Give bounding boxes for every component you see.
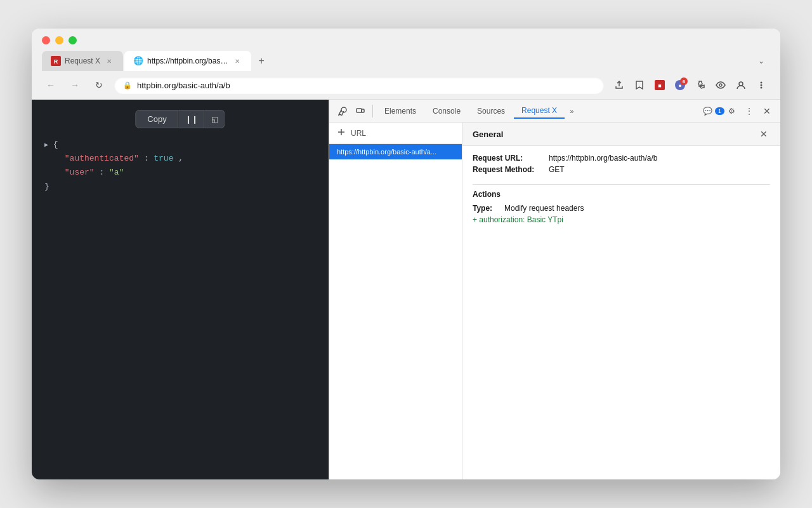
tab-request-x-active[interactable]: Request X [514,104,565,119]
tab-httpbin[interactable]: 🌐 https://httpbin.org/basic-auth/ ✕ [124,51,251,71]
action-type-value: Modify request headers [504,204,584,213]
tab-favicon-httpbin: 🌐 [133,56,143,66]
json-close-line: } [44,180,316,194]
json-key-user: "user" [65,168,95,177]
request-url-value: https://httpbin.org/basic-auth/a/b [549,154,657,163]
devtools-more-tabs[interactable]: » [566,105,577,117]
devtools-content: URL https://httpbin.org/basic-auth/a... … [329,123,780,479]
extension2-badge: 6 [680,77,688,85]
maximize-traffic-light[interactable] [69,36,77,44]
sidebar-url-icon [337,128,346,138]
devtools-close-btn[interactable]: ✕ [759,103,775,119]
panel-close-btn[interactable]: ✕ [757,128,770,140]
devtools-settings-btn[interactable]: ⚙ [723,103,740,119]
bookmark-icon[interactable] [631,76,648,94]
devtools-panel: Elements Console Sources Request X » 💬 1… [329,100,780,479]
main-content: Copy ❙❙ ◱ ▶ { "authenticated" : true , [32,100,780,479]
actions-title: Actions [473,184,770,199]
tab-label-request-x: Request X [65,57,100,65]
url-section-label: URL [351,129,366,138]
close-traffic-light[interactable] [42,36,50,44]
json-authenticated-line: "authenticated" : true , [44,152,316,166]
devtools-toolbar: Elements Console Sources Request X » 💬 1… [329,100,780,123]
tab-sources[interactable]: Sources [469,104,513,118]
request-method-row: Request Method: GET [473,165,770,174]
collapse-button[interactable]: ❙❙ [179,110,205,128]
devtools-detail: Request URL: https://httpbin.org/basic-a… [462,146,780,479]
tab-close-request-x[interactable]: ✕ [104,56,114,66]
json-colon-1: : [144,154,154,163]
json-comma-1: , [178,154,183,163]
back-button[interactable]: ← [42,76,60,94]
traffic-lights [42,36,770,44]
tab-expand-button[interactable]: ⌄ [752,52,770,70]
request-method-value: GET [549,165,565,174]
devtools-device-icon[interactable] [352,103,369,119]
forward-button[interactable]: → [66,76,84,94]
svg-point-8 [761,82,763,84]
devtools-inspect-icon[interactable] [334,103,351,119]
devtools-right-icons: 💬 1 ⚙ ⋮ ✕ [705,103,775,119]
devtools-sidebar: URL https://httpbin.org/basic-auth/a... [329,123,462,479]
copy-button[interactable]: Copy [135,110,178,128]
address-bar: ← → ↻ 🔒 httpbin.org/basic-auth/a/b ■ [32,71,780,100]
json-toolbar: Copy ❙❙ ◱ [135,110,225,128]
svg-point-9 [761,84,763,86]
lock-icon: 🔒 [123,81,132,90]
svg-text:R: R [54,58,58,65]
detail-general-section: Request URL: https://httpbin.org/basic-a… [473,154,770,174]
share-icon[interactable] [610,76,628,94]
devtools-notification-btn[interactable]: 💬 1 [705,103,722,119]
url-list: https://httpbin.org/basic-auth/a... [329,144,462,479]
tab-console[interactable]: Console [425,104,468,118]
new-tab-button[interactable]: + [252,52,270,70]
reload-button[interactable]: ↻ [90,76,108,94]
profile-icon[interactable] [732,76,750,94]
expand-button[interactable]: ◱ [205,110,225,128]
json-content: ▶ { "authenticated" : true , "user" : "a… [32,100,329,479]
url-item-0[interactable]: https://httpbin.org/basic-auth/a... [329,144,462,159]
request-url-label: Request URL: [473,154,549,163]
authorization-link[interactable]: + authorization: Basic YTpi [473,215,770,224]
puzzle-icon[interactable] [691,76,709,94]
devtools-more-options-btn[interactable]: ⋮ [741,103,757,119]
extension1-icon[interactable]: ■ [651,76,669,94]
svg-point-6 [719,84,722,86]
svg-text:■: ■ [658,83,661,89]
svg-rect-12 [357,109,362,112]
tab-label-httpbin: https://httpbin.org/basic-auth/ [147,57,228,65]
address-input[interactable]: 🔒 httpbin.org/basic-auth/a/b [114,77,604,94]
devtools-separator [372,105,373,117]
json-close-brace: } [44,182,49,191]
tab-close-httpbin[interactable]: ✕ [232,56,242,66]
title-bar: R Request X ✕ 🌐 https://httpbin.org/basi… [32,29,780,71]
minimize-traffic-light[interactable] [55,36,63,44]
json-user-line: "user" : "a" [44,166,316,180]
json-value-true: true [154,154,173,163]
more-options-icon[interactable] [752,76,770,94]
tab-favicon-request-x: R [51,56,61,66]
tab-elements[interactable]: Elements [377,104,424,118]
request-url-row: Request URL: https://httpbin.org/basic-a… [473,154,770,163]
json-value-user: "a" [109,168,124,177]
svg-rect-13 [362,109,364,112]
toolbar-icons: ■ ● 6 [610,76,770,94]
json-key-authenticated: "authenticated" [65,154,139,163]
action-type-label: Type: [473,204,504,213]
svg-point-7 [739,82,743,86]
json-root-line: ▶ { [44,138,316,152]
extension2-icon[interactable]: ● 6 [671,76,689,94]
tab-bar: R Request X ✕ 🌐 https://httpbin.org/basi… [42,51,770,71]
json-panel: Copy ❙❙ ◱ ▶ { "authenticated" : true , [32,100,329,479]
browser-window: R Request X ✕ 🌐 https://httpbin.org/basi… [32,29,780,479]
json-open-brace: { [53,140,58,149]
svg-point-10 [761,87,763,89]
devtools-sidebar-header: URL [329,123,462,144]
eye-icon[interactable] [712,76,730,94]
request-method-label: Request Method: [473,165,549,174]
json-colon-2: : [99,168,109,177]
detail-actions-section: Actions Type: Modify request headers + a… [473,184,770,224]
tab-request-x[interactable]: R Request X ✕ [42,51,123,71]
address-text: httpbin.org/basic-auth/a/b [137,81,230,90]
action-type-row: Type: Modify request headers [473,204,770,213]
